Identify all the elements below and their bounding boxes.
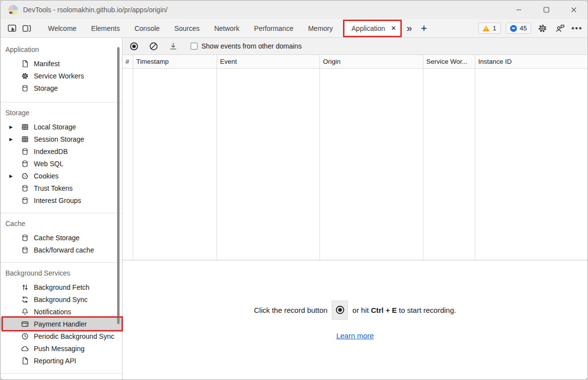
save-events-button[interactable] [168,41,178,51]
column-header-event[interactable]: Event [217,55,319,69]
document-icon [21,357,29,365]
database-icon [21,160,29,168]
sidebar-item-cookies[interactable]: ▶ Cookies [0,170,122,182]
sidebar-item-background-sync[interactable]: Background Sync [0,293,122,305]
clear-events-button[interactable] [148,41,158,51]
application-sidebar: Application Manifest Service Workers Sto… [0,38,122,380]
record-button[interactable] [332,301,348,320]
gear-icon [21,72,29,80]
tab-welcome[interactable]: Welcome [41,19,84,38]
sidebar-item-push-messaging[interactable]: Push Messaging [0,342,122,355]
tabbar-right-controls: 1 45 ••• [478,22,583,35]
sidebar-item-manifest[interactable]: Manifest [0,57,122,70]
sidebar-item-notifications[interactable]: Notifications [0,305,122,318]
tab-elements[interactable]: Elements [84,19,127,38]
bell-icon [21,308,29,316]
add-tab-icon[interactable]: + [421,22,427,35]
window-title: DevTools - rsolomakhin.github.io/pr/apps… [23,6,168,14]
column-service-worker: Service Wor... [423,55,475,260]
sidebar-item-background-fetch[interactable]: Background Fetch [0,281,122,293]
sidebar-scrollbar[interactable] [117,47,120,324]
feedback-icon[interactable] [554,22,566,35]
sidebar-item-web-sql[interactable]: Web SQL [0,157,122,170]
sidebar-item-reporting-api[interactable]: Reporting API [0,355,122,367]
close-window-button[interactable] [560,0,588,19]
devtools-tabbar: Welcome Elements Console Sources Network… [0,19,588,38]
sidebar-item-cache-storage[interactable]: Cache Storage [0,231,122,244]
expand-arrow-icon[interactable]: ▶ [9,137,17,142]
up-down-arrows-icon [21,283,29,291]
database-icon [21,197,29,204]
cloud-icon [21,345,29,353]
column-instance-id: Instance ID [475,55,588,260]
sidebar-item-back-forward-cache[interactable]: Back/forward cache [0,244,122,256]
more-tabs-icon[interactable]: » [407,23,412,34]
section-storage: Storage ▶ Local Storage ▶ Session Storag… [0,102,122,213]
sidebar-item-interest-groups[interactable]: Interest Groups [0,194,122,206]
sidebar-item-local-storage[interactable]: ▶ Local Storage [0,121,122,133]
warnings-badge[interactable]: 1 [478,23,500,34]
issues-count: 45 [520,25,527,32]
column-header-origin[interactable]: Origin [320,55,423,69]
shortcut-label: Ctrl + E [371,306,397,314]
tab-memory[interactable]: Memory [301,19,341,38]
payment-handler-panel: Show events from other domains # Timesta… [122,38,588,380]
inspect-element-icon[interactable] [4,21,19,36]
sidebar-item-service-workers[interactable]: Service Workers [0,70,122,82]
section-title-background-services: Background Services [0,269,122,278]
tab-performance[interactable]: Performance [247,19,301,38]
tab-application-label: Application [351,25,385,32]
section-title-cache: Cache [0,219,122,228]
events-table: # Timestamp Event Origin Service Wor... [122,55,588,260]
sidebar-item-indexeddb[interactable]: IndexedDB [0,145,122,157]
column-header-instance-id[interactable]: Instance ID [475,55,588,69]
sidebar-item-periodic-background-sync[interactable]: Periodic Background Sync [0,330,122,342]
expand-arrow-icon[interactable]: ▶ [9,174,17,178]
cookie-icon [21,172,29,180]
column-header-timestamp[interactable]: Timestamp [133,55,217,69]
sidebar-item-payment-handler[interactable]: Payment Handler [0,318,122,330]
more-options-icon[interactable]: ••• [571,24,583,33]
database-icon [21,234,29,242]
column-header-service-worker[interactable]: Service Wor... [423,55,475,69]
expand-arrow-icon[interactable]: ▶ [9,125,17,129]
section-title-storage: Storage [0,108,122,117]
close-tab-icon[interactable]: ✕ [391,25,396,31]
minimize-button[interactable] [505,0,533,19]
table-grid-icon [21,135,29,143]
sidebar-item-storage[interactable]: Storage [0,82,122,94]
empty-text-before: Click the record button [254,306,327,314]
column-timestamp: Timestamp [133,55,217,260]
show-events-checkbox[interactable] [191,43,197,50]
tab-network[interactable]: Network [207,19,246,38]
settings-gear-icon[interactable] [536,22,549,35]
window-controls [505,0,588,19]
show-events-label: Show events from other domains [201,42,302,50]
sync-arrows-icon [21,296,29,304]
table-grid-icon [21,123,29,131]
column-number: # [122,55,133,260]
section-cache: Cache Cache Storage Back/forward cache [0,213,122,263]
database-icon [21,184,29,192]
column-event: Event [217,55,320,260]
issues-badge[interactable]: 45 [506,23,531,34]
maximize-button[interactable] [533,0,560,19]
tab-sources[interactable]: Sources [167,19,207,38]
warnings-count: 1 [492,25,496,32]
column-header-number[interactable]: # [122,55,133,69]
panel-tabs: Welcome Elements Console Sources Network… [41,19,427,38]
learn-more-link[interactable]: Learn more [336,331,374,340]
tab-console[interactable]: Console [127,19,167,38]
section-background-services: Background Services Background Fetch Bac… [0,263,122,374]
database-icon [21,148,29,155]
column-origin: Origin [320,55,423,260]
record-events-button[interactable] [129,41,139,51]
device-toolbar-icon[interactable] [19,21,34,36]
tab-application-highlighted[interactable]: Application ✕ [343,20,401,37]
clock-icon [21,332,29,340]
section-application: Application Manifest Service Workers Sto… [0,38,122,102]
devtools-window: DevTools - rsolomakhin.github.io/pr/apps… [0,0,588,380]
sidebar-item-session-storage[interactable]: ▶ Session Storage [0,133,122,145]
sidebar-item-trust-tokens[interactable]: Trust Tokens [0,182,122,194]
document-icon [21,60,29,68]
